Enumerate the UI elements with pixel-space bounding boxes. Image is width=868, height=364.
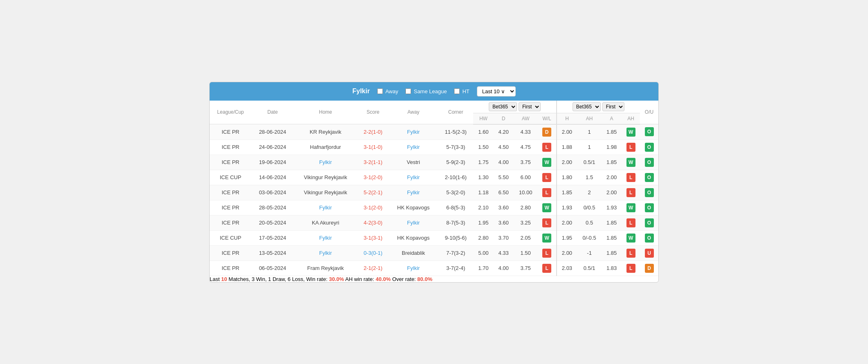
away-team[interactable]: Fylkir [407, 144, 420, 150]
d-cell: 4.00 [494, 261, 514, 276]
corner-cell: 5-9(2-3) [438, 155, 473, 170]
h-cell: 1.88 [557, 139, 577, 155]
away-cell: Fylkir [389, 170, 438, 185]
period-select-2[interactable]: First [602, 102, 624, 111]
a-cell: 1.93 [602, 200, 622, 215]
away-cell: HK Kopavogs [389, 230, 438, 245]
away-team[interactable]: Fylkir [407, 129, 420, 135]
ou-cell: O [640, 155, 658, 170]
league-cup: ICE PR [210, 200, 251, 215]
ou-cell: O [640, 139, 658, 155]
home-cell: KR Reykjavik [294, 124, 358, 140]
ah2-badge: W [626, 203, 635, 212]
col-corner: Corner [438, 101, 473, 124]
match-date: 20-05-2024 [251, 215, 294, 230]
ht-checkbox[interactable] [454, 88, 460, 94]
ou-cell: O [640, 170, 658, 185]
home-team[interactable]: Fylkir [319, 159, 332, 165]
footer-last-num: 10 [221, 276, 227, 282]
wl-badge: L [542, 264, 551, 273]
same-league-checkbox[interactable] [405, 88, 411, 94]
h-cell: 2.00 [557, 245, 577, 261]
a-cell: 1.85 [602, 230, 622, 245]
table-body: ICE PR 28-06-2024 KR Reykjavik 2-2(1-0) … [210, 124, 658, 276]
aw-cell: 3.25 [514, 215, 538, 230]
bookmaker-select-2[interactable]: Bet365 [573, 102, 601, 111]
ah2-badge: W [626, 128, 635, 137]
col-ah2: AH [622, 113, 640, 124]
ou-badge: O [645, 203, 654, 212]
home-team: Vikingur Reykjavik [304, 189, 347, 195]
corner-cell: 8-7(5-3) [438, 215, 473, 230]
d-cell: 4.00 [494, 155, 514, 170]
away-team[interactable]: Fylkir [407, 174, 420, 180]
last-select[interactable]: Last 10 ∨ Last 5 Last 15 Last 20 [477, 86, 516, 97]
league-cup: ICE PR [210, 245, 251, 261]
h-cell: 1.85 [557, 185, 577, 200]
home-cell: Fylkir [294, 245, 358, 261]
home-team[interactable]: Fylkir [319, 204, 332, 211]
score-cell: 3-1(1-0) [357, 139, 389, 155]
wl-badge: L [542, 188, 551, 197]
score-value: 4-2(3-0) [364, 220, 383, 226]
ah2-cell: L [622, 185, 640, 200]
away-team: HK Kopavogs [397, 204, 430, 211]
home-team[interactable]: Fylkir [319, 235, 332, 241]
away-team[interactable]: Fylkir [407, 220, 420, 226]
bookmaker-select-1[interactable]: Bet365 [489, 102, 517, 111]
corner-cell: 2-10(1-6) [438, 170, 473, 185]
a-cell: 1.85 [602, 155, 622, 170]
a-cell: 2.00 [602, 170, 622, 185]
score-value: 2-1(2-1) [364, 265, 383, 271]
aw-cell: 1.50 [514, 245, 538, 261]
aw-cell: 6.00 [514, 170, 538, 185]
ah2-cell: L [622, 215, 640, 230]
ah-cell: 2 [577, 185, 602, 200]
away-team[interactable]: Fylkir [407, 265, 420, 271]
corner-cell: 11-5(2-3) [438, 124, 473, 140]
hw-cell: 5.00 [473, 245, 493, 261]
wl-badge: W [542, 234, 551, 243]
home-team[interactable]: Fylkir [319, 250, 332, 256]
wl-badge: W [542, 158, 551, 167]
score-value: 3-1(1-0) [364, 144, 383, 150]
league-cup: ICE PR [210, 261, 251, 276]
home-cell: Vikingur Reykjavik [294, 185, 358, 200]
hw-cell: 2.10 [473, 200, 493, 215]
ah2-cell: L [622, 261, 640, 276]
wl-cell: L [538, 139, 557, 155]
wl-cell: W [538, 230, 557, 245]
col-aw: AW [514, 113, 538, 124]
period-select-1[interactable]: First [519, 102, 541, 111]
score-cell: 3-2(1-1) [357, 155, 389, 170]
ah-cell: 0.5/1 [577, 155, 602, 170]
league-cup: ICE PR [210, 124, 251, 140]
aw-cell: 4.75 [514, 139, 538, 155]
table-row: ICE PR 28-06-2024 KR Reykjavik 2-2(1-0) … [210, 124, 658, 140]
d-cell: 6.50 [494, 185, 514, 200]
ah-cell: 0/0.5 [577, 200, 602, 215]
ou-badge: U [645, 249, 654, 258]
away-team[interactable]: Fylkir [407, 189, 420, 195]
footer-text-mid: Matches, 3 Win, 1 Draw, 6 Loss, Win rate… [228, 276, 327, 282]
ah-cell: -1 [577, 245, 602, 261]
ou-cell: O [640, 124, 658, 140]
bet-group-2: Bet365 First [557, 101, 640, 113]
a-cell: 2.00 [602, 185, 622, 200]
aw-cell: 4.33 [514, 124, 538, 140]
match-date: 14-06-2024 [251, 170, 294, 185]
d-cell: 4.33 [494, 245, 514, 261]
away-checkbox[interactable] [377, 88, 383, 94]
home-team: Hafnarfjordur [310, 144, 341, 150]
ah2-badge: L [626, 188, 635, 197]
col-a: A [602, 113, 622, 124]
ah2-badge: L [626, 249, 635, 258]
h-cell: 2.00 [557, 155, 577, 170]
away-cell: HK Kopavogs [389, 200, 438, 215]
d-cell: 3.60 [494, 215, 514, 230]
ou-cell: U [640, 245, 658, 261]
home-team: Vikingur Reykjavik [304, 174, 347, 180]
col-ou: O/U [640, 101, 658, 124]
score-value: 3-1(2-0) [364, 204, 383, 211]
ou-cell: D [640, 261, 658, 276]
